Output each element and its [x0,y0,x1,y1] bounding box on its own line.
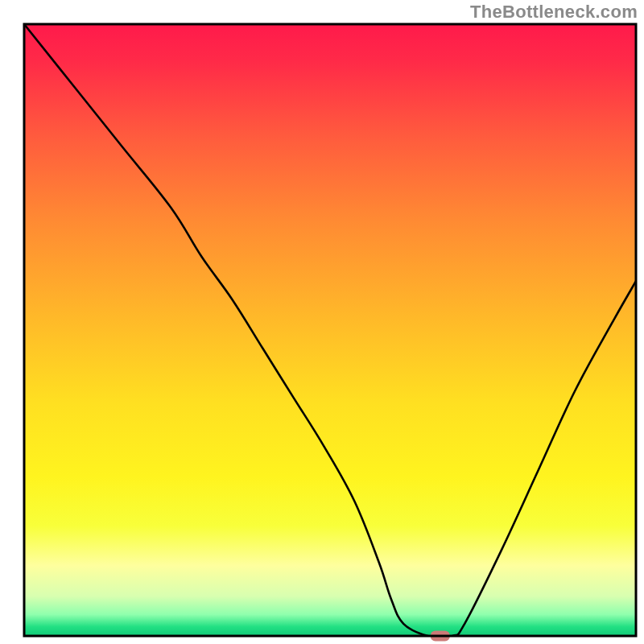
watermark-label: TheBottleneck.com [470,2,638,23]
bottleneck-chart: TheBottleneck.com [0,0,644,644]
chart-canvas [0,0,644,644]
plot-background [24,24,636,636]
